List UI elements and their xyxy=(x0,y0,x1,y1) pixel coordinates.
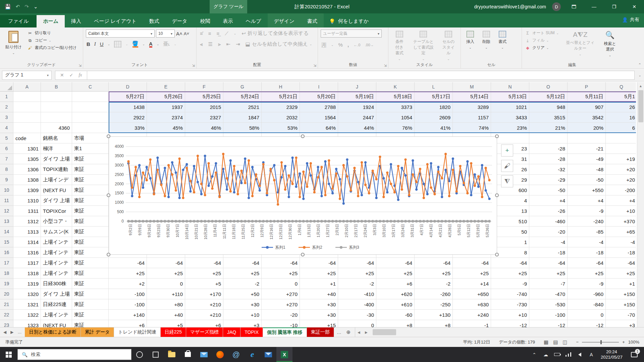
vertical-scrollbar-thumb[interactable] xyxy=(638,90,643,122)
sort-filter-button[interactable]: A⧨Z 並べ替えとフィルター⌄ xyxy=(563,29,598,62)
grid-cell-N22[interactable]: +10 xyxy=(491,310,529,320)
grid-cell-B2[interactable] xyxy=(41,102,72,112)
scroll-right-icon[interactable]: ▶ xyxy=(363,330,370,334)
row-header-12[interactable]: 12 xyxy=(0,206,13,216)
font-dialog-launcher-icon[interactable]: ⇲ xyxy=(192,64,195,67)
decrease-indent-icon[interactable]: ⇤ xyxy=(226,41,230,47)
grid-cell-G18[interactable]: +25 xyxy=(223,268,262,279)
grid-cell-K3[interactable]: 1054 xyxy=(376,112,415,123)
grid-cell-K23[interactable]: +8 xyxy=(376,320,415,327)
grid-cell-L2[interactable]: 1820 xyxy=(415,102,453,112)
format-painter-button[interactable]: 🖌書式のコピー/貼り付け xyxy=(27,45,77,51)
column-header-F[interactable]: F xyxy=(185,82,223,92)
grid-cell-A13[interactable]: 1312 xyxy=(13,216,41,227)
grid-cell-O1[interactable]: 5月12日 xyxy=(529,92,568,102)
grid-cell-M1[interactable]: 5月14日 xyxy=(453,92,491,102)
outlook-icon[interactable] xyxy=(260,347,276,362)
grid-cell-E21[interactable]: +80 xyxy=(147,299,185,310)
grid-cell-B19[interactable]: 日経300株 xyxy=(41,279,72,289)
grid-cell-P20[interactable]: -960 xyxy=(568,289,606,299)
save-icon[interactable]: 💾 xyxy=(5,4,11,10)
grid-cell-F17[interactable]: -64 xyxy=(185,258,223,268)
align-middle-icon[interactable]: ≡ xyxy=(208,31,211,36)
grid-cell-F3[interactable]: 2327 xyxy=(185,112,223,123)
grid-cell-C21[interactable]: 東証 xyxy=(72,299,109,310)
column-header-Q[interactable]: Q xyxy=(606,82,636,92)
grid-cell-O18[interactable]: +25 xyxy=(529,268,568,279)
grid-cell-A16[interactable]: 1316 xyxy=(13,247,41,258)
fill-button[interactable]: ⤓フィル⌄ xyxy=(525,38,560,43)
row-header-14[interactable]: 14 xyxy=(0,227,13,237)
column-header-I[interactable]: I xyxy=(300,82,338,92)
grid-cell-A3[interactable] xyxy=(13,112,41,123)
row-header-20[interactable]: 20 xyxy=(0,289,13,299)
orientation-icon[interactable]: ⟋ xyxy=(225,31,228,37)
decrease-font-icon[interactable]: A˅ xyxy=(184,31,189,36)
grid-cell-C5[interactable]: 市場 xyxy=(72,133,109,143)
grid-cell-B7[interactable]: ダイワ 上場 xyxy=(41,154,72,164)
grid-cell-E19[interactable]: 0 xyxy=(147,279,185,289)
grid-cell-B1[interactable] xyxy=(41,92,72,102)
grid-cell-H3[interactable]: 2032 xyxy=(262,112,300,123)
grid-cell-D18[interactable]: +25 xyxy=(109,268,147,279)
grid-cell-O21[interactable]: -530 xyxy=(529,299,568,310)
chart-selection-handle[interactable] xyxy=(301,134,305,138)
add-sheet-button[interactable]: ⊕ xyxy=(344,327,353,337)
align-top-icon[interactable]: ≡̄ xyxy=(200,31,203,36)
grid-cell-J19[interactable]: -2 xyxy=(338,279,376,289)
sheet-tab-個別 騰落率 推移[interactable]: 個別 騰落率 推移 xyxy=(263,327,307,337)
grid-cell-O17[interactable]: -64 xyxy=(529,258,568,268)
grid-cell-A8[interactable]: 1306 xyxy=(13,164,41,175)
grid-cell-H17[interactable]: -64 xyxy=(262,258,300,268)
increase-decimal-icon[interactable]: ←.0 xyxy=(354,43,360,47)
grid-cell-C7[interactable]: 東証 xyxy=(72,154,109,164)
fx-icon[interactable]: fx xyxy=(78,72,82,78)
grid-cell-P15[interactable]: -4 xyxy=(568,237,606,247)
grid-cell-L1[interactable]: 5月17日 xyxy=(415,92,453,102)
grid-cell-Q5[interactable] xyxy=(606,133,636,143)
grid-cell-J3[interactable]: 2447 xyxy=(338,112,376,123)
column-header-G[interactable]: G xyxy=(223,82,262,92)
at-app-icon[interactable]: @ xyxy=(228,347,244,362)
row-header-5[interactable]: 5 xyxy=(0,133,13,143)
grid-cell-A7[interactable]: 1305 xyxy=(13,154,41,164)
grid-cell-B13[interactable]: 小型コア・ xyxy=(41,216,72,227)
grid-cell-K20[interactable]: +620 xyxy=(376,289,415,299)
grid-cell-F18[interactable]: +25 xyxy=(185,268,223,279)
grid-cell-D17[interactable]: -64 xyxy=(109,258,147,268)
grid-cell-C4[interactable] xyxy=(72,123,109,133)
grid-cell-A22[interactable]: 1322 xyxy=(13,310,41,320)
conditional-formatting-button[interactable]: 条件付き書式⌄ xyxy=(391,29,408,62)
grid-cell-L23[interactable]: +8 xyxy=(415,320,453,327)
horizontal-scrollbar-thumb[interactable] xyxy=(373,329,396,335)
grid-cell-P22[interactable]: 0 xyxy=(568,310,606,320)
grid-cell-O10[interactable]: -50 xyxy=(529,185,568,195)
row-header-7[interactable]: 7 xyxy=(0,154,13,164)
grid-cell-A14[interactable]: 1313 xyxy=(13,227,41,237)
grid-cell-B3[interactable] xyxy=(41,112,72,123)
grid-cell-P12[interactable]: -9 xyxy=(568,206,606,216)
name-box[interactable]: グラフ 1▾ xyxy=(2,71,52,80)
page-break-view-icon[interactable]: ◫ xyxy=(562,339,567,345)
grid-cell-J1[interactable]: 5月19日 xyxy=(338,92,376,102)
grid-cell-Q17[interactable]: -64 xyxy=(606,258,636,268)
grid-cell-J22[interactable]: -30 xyxy=(338,310,376,320)
column-header-H[interactable]: H xyxy=(262,82,300,92)
grid-cell-Q22[interactable]: -70 xyxy=(606,310,636,320)
grid-cell-F1[interactable]: 5月25日 xyxy=(185,92,223,102)
sheet-tab-TOPIX[interactable]: TOPIX xyxy=(240,327,263,337)
grid-cell-O19[interactable]: -7 xyxy=(529,279,568,289)
merge-center-button[interactable]: ⬓セルを結合して中央揃え⌄ xyxy=(246,41,312,47)
row-header-8[interactable]: 8 xyxy=(0,164,13,175)
grid-cell-K22[interactable]: -60 xyxy=(376,310,415,320)
grid-cell-L19[interactable]: -2 xyxy=(415,279,453,289)
grid-cell-N21[interactable]: -730 xyxy=(491,299,529,310)
ribbon-tab-表示[interactable]: 表示 xyxy=(216,15,239,27)
grid-cell-I3[interactable]: 1564 xyxy=(300,112,338,123)
accounting-format-icon[interactable]: 🈷 xyxy=(321,41,326,48)
row-header-2[interactable]: 2 xyxy=(0,102,13,112)
column-header-K[interactable]: K xyxy=(376,82,415,92)
ribbon-tab-書式[interactable]: 書式 xyxy=(301,15,324,27)
grid-cell-G23[interactable]: +3 xyxy=(223,320,262,327)
grid-cell-E2[interactable]: 1937 xyxy=(147,102,185,112)
